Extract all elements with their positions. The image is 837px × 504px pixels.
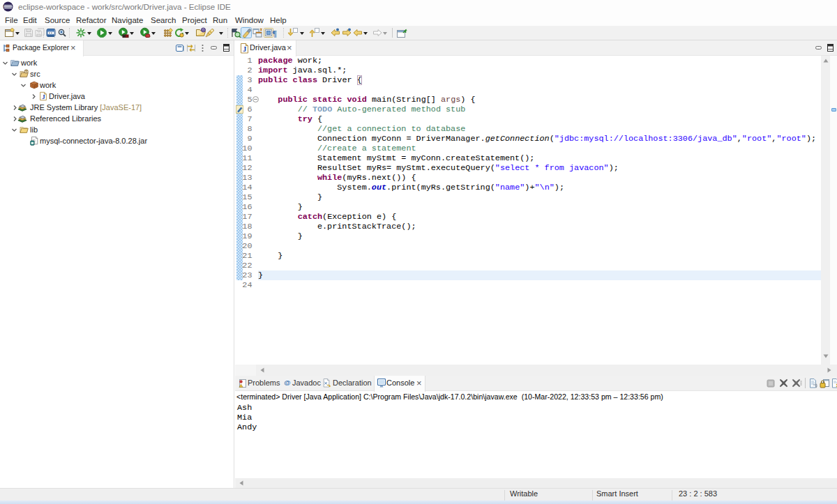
svg-text:J: J [243, 45, 246, 53]
svg-text:J: J [42, 93, 45, 100]
